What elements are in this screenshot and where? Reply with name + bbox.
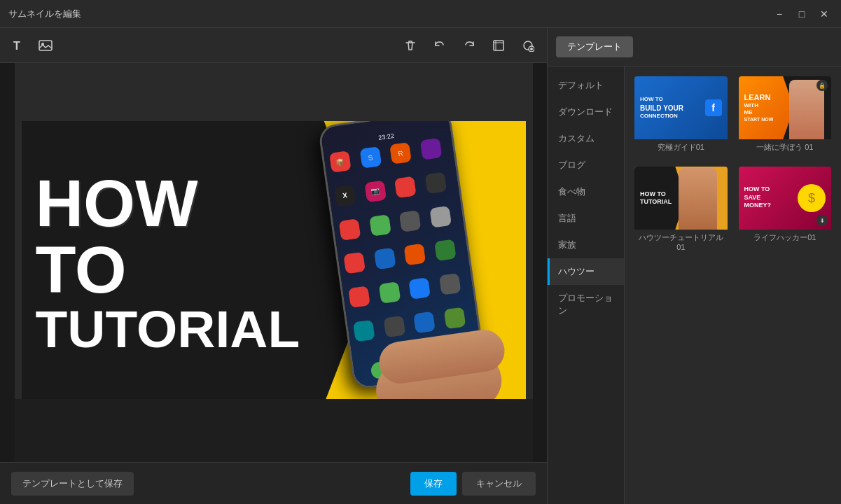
delete-button[interactable]: [400, 35, 421, 56]
template-card-2[interactable]: LEARN WITH ME START NOW 🔒 一緒に学ぼう 01: [737, 75, 833, 157]
canvas-workspace[interactable]: HOW TO TUTORIAL: [0, 63, 547, 462]
crop-button[interactable]: [488, 35, 509, 56]
save-template-button[interactable]: テンプレートとして保存: [11, 472, 134, 496]
toolbar: T: [0, 28, 547, 63]
template-thumb-2: LEARN WITH ME START NOW 🔒: [739, 76, 832, 139]
category-nav: デフォルト ダウンロード カスタム ブログ 食べ物 言語 家族 ハウツー プロモ…: [548, 66, 625, 504]
category-default[interactable]: デフォルト: [548, 72, 624, 99]
svg-rect-1: [39, 41, 52, 50]
category-blog[interactable]: ブログ: [548, 152, 624, 178]
phone-hand-area: 23:22 📦 S R X 📷: [253, 121, 519, 405]
toolbar-left: T: [8, 35, 56, 56]
title-bar: サムネイルを編集 − □ ✕: [0, 0, 841, 28]
toolbar-right: [400, 35, 538, 56]
template-card-3[interactable]: HOW TO TUTORIAL ハウツーチュートリアル 01: [633, 165, 729, 255]
right-sidebar: テンプレート デフォルト ダウンロード カスタム ブログ 食べ物 言語 家族 ハ…: [547, 28, 841, 504]
template-thumb-1: How to Build Your Connection f: [634, 76, 728, 139]
bottom-bar: テンプレートとして保存 保存 キャンセル: [0, 462, 547, 504]
maximize-button[interactable]: □: [793, 6, 810, 22]
undo-button[interactable]: [429, 35, 450, 56]
svg-point-8: [530, 48, 533, 50]
facebook-icon: f: [705, 99, 722, 116]
canvas-inner: HOW TO TUTORIAL: [15, 63, 533, 462]
category-howto[interactable]: ハウツー: [548, 258, 624, 285]
category-promo[interactable]: プロモーション: [548, 285, 624, 324]
category-language[interactable]: 言語: [548, 205, 624, 232]
template-card-4[interactable]: HOW TO SAVE MONEY? $ ⬇ ライフハッカー01: [737, 165, 833, 255]
save-button[interactable]: 保存: [410, 472, 457, 496]
svg-rect-3: [494, 41, 503, 50]
select-button[interactable]: [517, 35, 538, 56]
template-label-1: 究極ガイド01: [634, 139, 728, 155]
template-label-3: ハウツーチュートリアル 01: [634, 230, 728, 254]
image-tool-button[interactable]: [35, 35, 56, 56]
bottom-right-buttons: 保存 キャンセル: [410, 472, 536, 496]
category-family[interactable]: 家族: [548, 232, 624, 258]
thumbnail-preview: HOW TO TUTORIAL: [22, 121, 526, 405]
template-card-1[interactable]: How to Build Your Connection f 究極ガイド01: [633, 75, 729, 157]
template-thumb-3: HOW TO TUTORIAL: [634, 167, 728, 230]
cancel-button[interactable]: キャンセル: [462, 472, 536, 496]
sidebar-top: テンプレート: [548, 28, 841, 66]
category-download[interactable]: ダウンロード: [548, 99, 624, 125]
canvas-bottom-area: [15, 399, 533, 462]
window-title: サムネイルを編集: [8, 8, 771, 20]
main-content: T: [0, 28, 841, 504]
text-tool-button[interactable]: T: [8, 35, 29, 56]
sidebar-body: デフォルト ダウンロード カスタム ブログ 食べ物 言語 家族 ハウツー プロモ…: [548, 66, 841, 504]
template-label-4: ライフハッカー01: [739, 230, 832, 246]
canvas-area: T: [0, 28, 547, 504]
window-controls: − □ ✕: [771, 6, 833, 22]
template-label-2: 一緒に学ぼう 01: [739, 139, 832, 155]
redo-button[interactable]: [459, 35, 480, 56]
category-food[interactable]: 食べ物: [548, 178, 624, 205]
svg-text:T: T: [13, 40, 20, 52]
template-grid: How to Build Your Connection f 究極ガイド01: [625, 66, 841, 504]
minimize-button[interactable]: −: [771, 6, 788, 22]
close-button[interactable]: ✕: [816, 6, 833, 22]
template-thumb-4: HOW TO SAVE MONEY? $ ⬇: [739, 167, 832, 230]
template-tab[interactable]: テンプレート: [556, 36, 633, 57]
category-custom[interactable]: カスタム: [548, 125, 624, 152]
